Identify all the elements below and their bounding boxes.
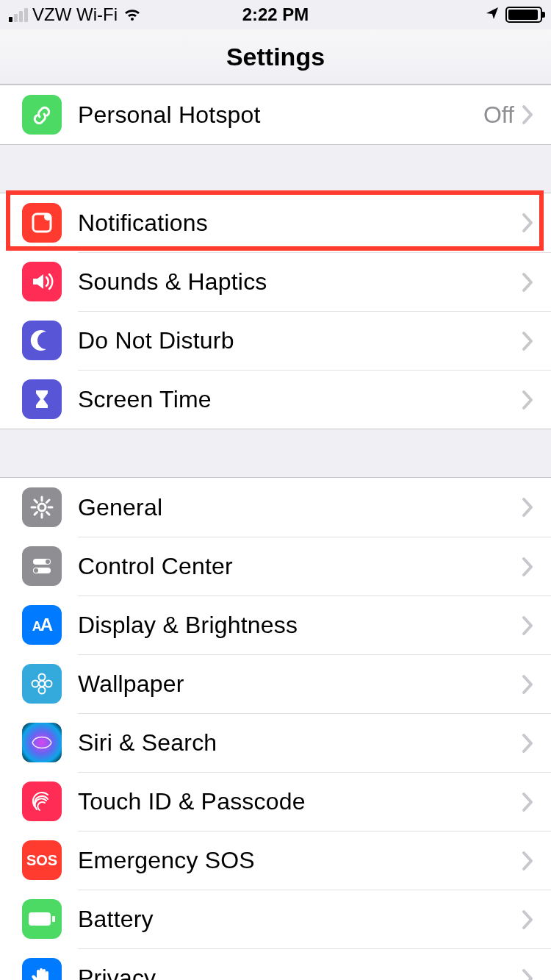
row-content: Personal HotspotOff	[78, 85, 551, 144]
row-content: General	[78, 478, 551, 537]
battery-icon	[22, 899, 62, 939]
page-title: Settings	[226, 43, 325, 71]
row-label: Wallpaper	[78, 670, 522, 698]
row-content: Do Not Disturb	[78, 311, 551, 370]
row-label: Display & Brightness	[78, 612, 522, 639]
settings-row-emergency-sos[interactable]: SOSEmergency SOS	[0, 831, 551, 890]
settings-row-personal-hotspot[interactable]: Personal HotspotOff	[0, 85, 551, 144]
chevron-right-icon	[522, 733, 533, 754]
svg-point-11	[46, 681, 52, 687]
row-label: Control Center	[78, 553, 522, 580]
svg-point-1	[44, 213, 51, 221]
row-label: Do Not Disturb	[78, 327, 522, 354]
chevron-right-icon	[522, 557, 533, 577]
row-content: Wallpaper	[78, 654, 551, 713]
svg-point-6	[34, 568, 38, 573]
settings-row-do-not-disturb[interactable]: Do Not Disturb	[0, 311, 551, 370]
settings-row-touchid-passcode[interactable]: Touch ID & Passcode	[0, 772, 551, 831]
nav-header: Settings	[0, 29, 551, 85]
row-content: Touch ID & Passcode	[78, 772, 551, 831]
row-content: Control Center	[78, 537, 551, 595]
row-label: Siri & Search	[78, 729, 522, 757]
chevron-right-icon	[522, 851, 533, 871]
svg-point-12	[32, 733, 51, 752]
aa-icon: AA	[22, 605, 62, 645]
row-content: Screen Time	[78, 370, 551, 429]
row-label: General	[78, 494, 522, 521]
svg-point-7	[39, 681, 45, 687]
gear-icon	[22, 487, 62, 527]
fingerprint-icon	[22, 782, 62, 821]
row-value: Off	[483, 101, 514, 129]
row-content: Sounds & Haptics	[78, 252, 551, 311]
settings-section: NotificationsSounds & HapticsDo Not Dist…	[0, 193, 551, 429]
chevron-right-icon	[522, 497, 533, 518]
svg-point-8	[39, 674, 46, 681]
settings-row-wallpaper[interactable]: Wallpaper	[0, 654, 551, 713]
link-icon	[22, 95, 62, 135]
settings-row-control-center[interactable]: Control Center	[0, 537, 551, 595]
notification-icon	[22, 203, 62, 243]
status-bar: VZW Wi-Fi 2:22 PM	[0, 0, 551, 29]
settings-row-privacy[interactable]: Privacy	[0, 948, 551, 980]
settings-list[interactable]: Personal HotspotOffNotificationsSounds &…	[0, 85, 551, 980]
row-label: Touch ID & Passcode	[78, 788, 522, 815]
settings-row-screen-time[interactable]: Screen Time	[0, 370, 551, 429]
chevron-right-icon	[522, 909, 533, 930]
settings-section: GeneralControl CenterAADisplay & Brightn…	[0, 477, 551, 980]
flower-icon	[22, 664, 62, 704]
svg-rect-13	[29, 912, 51, 926]
svg-point-2	[38, 504, 46, 511]
status-time: 2:22 PM	[0, 4, 551, 25]
chevron-right-icon	[522, 792, 533, 812]
speaker-icon	[22, 262, 62, 301]
svg-point-4	[46, 559, 50, 564]
toggles-icon	[22, 546, 62, 586]
battery-icon	[505, 7, 542, 23]
section-spacer	[0, 429, 551, 477]
row-content: Privacy	[78, 948, 551, 980]
svg-point-9	[39, 687, 46, 694]
settings-row-display-brightness[interactable]: AADisplay & Brightness	[0, 595, 551, 654]
svg-point-10	[32, 681, 39, 687]
row-label: Battery	[78, 906, 522, 933]
chevron-right-icon	[522, 674, 533, 695]
chevron-right-icon	[522, 968, 533, 981]
moon-icon	[22, 321, 62, 360]
section-spacer	[0, 145, 551, 193]
chevron-right-icon	[522, 615, 533, 636]
row-content: Battery	[78, 890, 551, 948]
chevron-right-icon	[522, 272, 533, 293]
settings-row-sounds-haptics[interactable]: Sounds & Haptics	[0, 252, 551, 311]
row-label: Emergency SOS	[78, 847, 522, 874]
row-label: Personal Hotspot	[78, 101, 483, 129]
row-label: Screen Time	[78, 386, 522, 413]
chevron-right-icon	[522, 390, 533, 410]
siri-icon	[22, 723, 62, 762]
sos-icon: SOS	[22, 840, 62, 880]
row-content: Display & Brightness	[78, 595, 551, 654]
settings-row-notifications[interactable]: Notifications	[0, 193, 551, 252]
settings-section: Personal HotspotOff	[0, 85, 551, 145]
hand-icon	[22, 958, 62, 980]
row-content: Emergency SOS	[78, 831, 551, 890]
row-content: Siri & Search	[78, 713, 551, 772]
settings-row-battery[interactable]: Battery	[0, 890, 551, 948]
chevron-right-icon	[522, 212, 533, 233]
hourglass-icon	[22, 379, 62, 419]
row-label: Privacy	[78, 965, 522, 980]
settings-row-siri-search[interactable]: Siri & Search	[0, 713, 551, 772]
svg-rect-14	[52, 916, 55, 922]
row-label: Sounds & Haptics	[78, 268, 522, 296]
row-content: Notifications	[78, 193, 551, 252]
settings-row-general[interactable]: General	[0, 478, 551, 537]
chevron-right-icon	[522, 331, 533, 351]
chevron-right-icon	[522, 104, 533, 125]
row-label: Notifications	[78, 210, 522, 237]
